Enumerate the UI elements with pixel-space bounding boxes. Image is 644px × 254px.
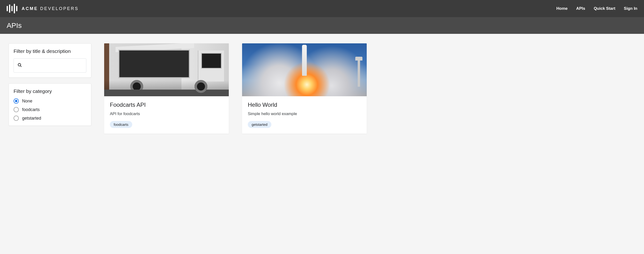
api-card-foodcarts[interactable]: Foodcarts API API for foodcarts foodcart… <box>104 43 229 134</box>
top-navbar: ACME DEVELOPERS Home APIs Quick Start Si… <box>0 0 644 17</box>
api-cards-grid: Foodcarts API API for foodcarts foodcart… <box>104 43 636 134</box>
card-image <box>104 43 229 96</box>
card-body: Hello World Simple hello world example g… <box>242 96 367 134</box>
svg-line-1 <box>20 66 22 67</box>
brand-text: ACME DEVELOPERS <box>22 6 79 11</box>
brand-name-strong: ACME <box>22 6 38 11</box>
radio-icon <box>14 107 19 112</box>
card-title: Foodcarts API <box>110 101 223 108</box>
card-description: Simple hello world example <box>248 111 361 116</box>
filter-search-panel: Filter by title & description <box>8 43 91 78</box>
main-content: Filter by title & description Filter by … <box>0 34 644 143</box>
search-input[interactable] <box>25 63 83 68</box>
radio-icon <box>14 115 19 121</box>
card-image <box>242 43 367 96</box>
filters-sidebar: Filter by title & description Filter by … <box>8 43 91 126</box>
brand-logo-icon <box>7 4 17 13</box>
nav-quick-start[interactable]: Quick Start <box>594 6 616 11</box>
card-tag-chip[interactable]: foodcarts <box>110 121 132 128</box>
brand-name-light: DEVELOPERS <box>40 6 79 11</box>
card-body: Foodcarts API API for foodcarts foodcart… <box>104 96 229 134</box>
nav-sign-in[interactable]: Sign In <box>624 6 637 11</box>
category-option-foodcarts[interactable]: foodcarts <box>14 107 86 112</box>
search-icon <box>17 62 22 69</box>
card-tag-chip[interactable]: getstarted <box>248 121 271 128</box>
filter-category-title: Filter by category <box>14 88 86 94</box>
card-title: Hello World <box>248 101 361 108</box>
api-card-helloworld[interactable]: Hello World Simple hello world example g… <box>242 43 367 134</box>
card-description: API for foodcarts <box>110 111 223 116</box>
category-option-label: getstarted <box>22 116 41 121</box>
svg-point-0 <box>18 63 21 66</box>
page-title: APIs <box>7 22 22 30</box>
primary-nav: Home APIs Quick Start Sign In <box>556 6 637 11</box>
category-option-label: foodcarts <box>22 107 40 112</box>
page-subheader: APIs <box>0 17 644 34</box>
filter-search-title: Filter by title & description <box>14 48 86 54</box>
category-option-getstarted[interactable]: getstarted <box>14 115 86 121</box>
category-radio-group: None foodcarts getstarted <box>14 98 86 121</box>
search-field-wrap[interactable] <box>14 58 86 73</box>
nav-apis[interactable]: APIs <box>576 6 585 11</box>
category-option-label: None <box>22 99 32 104</box>
category-option-none[interactable]: None <box>14 98 86 104</box>
brand[interactable]: ACME DEVELOPERS <box>7 4 79 13</box>
filter-category-panel: Filter by category None foodcarts getsta… <box>8 83 91 126</box>
radio-icon <box>14 98 19 104</box>
nav-home[interactable]: Home <box>556 6 568 11</box>
